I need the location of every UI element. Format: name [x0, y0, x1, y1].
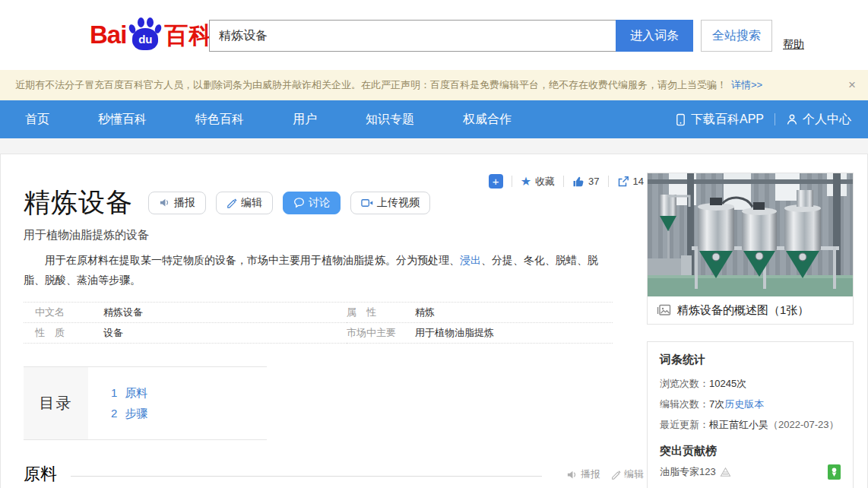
views-value: 10245次 — [709, 378, 746, 389]
stat-updated: 最近更新：根正苗红小昊（2022-07-23） — [660, 414, 841, 435]
history-versions-link[interactable]: 历史版本 — [724, 398, 764, 410]
nav-right: 下载百科APP 个人中心 — [675, 112, 868, 128]
section-broadcast-button[interactable]: 播报 — [566, 467, 600, 481]
notice-bar: 近期有不法分子冒充百度百科官方人员，以删除词条为由威胁并敲诈相关企业。在此严正声… — [0, 70, 868, 100]
toc-item-label: 原料 — [125, 386, 147, 401]
logo-baike-text: 百科 — [164, 20, 213, 52]
entry-subtitle: 用于植物油脂提炼的设备 — [24, 228, 149, 242]
toc-item-raw-material[interactable]: 1 原料 — [111, 386, 147, 401]
stat-views: 浏览次数：10245次 — [660, 373, 841, 394]
info-label: 性 质 — [35, 326, 103, 340]
entry-title-row: 精炼设备 播报 编辑 — [24, 185, 430, 220]
entry-sidebar: 精炼设备的概述图（1张） 词条统计 浏览次数：10245次 编辑次数：7次历史版… — [647, 173, 854, 488]
summary-link[interactable]: 浸出 — [460, 254, 481, 266]
discuss-label: 讨论 — [309, 196, 330, 210]
refining-equipment-photo — [648, 173, 853, 296]
contributor-name[interactable]: 油脂专家123 — [660, 465, 716, 479]
main-nav: 首页 秒懂百科 特色百科 用户 知识专题 权威合作 下载百科APP 个人 — [0, 100, 868, 138]
help-link[interactable]: 帮助 — [783, 38, 804, 52]
info-value: 设备 — [103, 326, 123, 340]
nav-item-tese[interactable]: 特色百科 — [195, 112, 244, 128]
contribution-level-icon — [720, 467, 731, 477]
stat-edits: 编辑次数：7次历史版本 — [660, 394, 841, 414]
close-icon[interactable]: × — [848, 78, 856, 93]
info-label: 中文名 — [35, 306, 103, 319]
star-icon: ★ — [521, 176, 531, 188]
background-gap — [0, 138, 868, 154]
pencil-icon — [227, 198, 237, 208]
share-button[interactable]: 14 — [617, 176, 644, 188]
download-app-link[interactable]: 下载百科APP — [675, 112, 764, 128]
summary-text-1: 用于在原材料在提取某一特定物质的设备，市场中主要用于植物油脂提炼。分为预处理、 — [45, 254, 460, 266]
search-input[interactable] — [209, 20, 616, 52]
thumbs-up-icon — [572, 176, 584, 188]
discuss-button[interactable]: 讨论 — [283, 192, 341, 214]
person-icon — [786, 113, 798, 125]
nav-separator — [775, 113, 775, 125]
info-row-attribute: 属 性 精炼 — [347, 303, 613, 323]
nav-item-home[interactable]: 首页 — [25, 112, 49, 128]
info-label: 属 性 — [347, 306, 415, 319]
nav-item-miaodong[interactable]: 秒懂百科 — [98, 112, 147, 128]
broadcast-button[interactable]: 播报 — [148, 192, 206, 214]
section-broadcast-label: 播报 — [581, 467, 600, 481]
top-header: Bai du 百科 进入词条 全站搜索 帮助 — [0, 0, 868, 70]
section-divider — [71, 476, 542, 477]
entry-stats-card: 词条统计 浏览次数：10245次 编辑次数：7次历史版本 最近更新：根正苗红小昊… — [647, 341, 854, 488]
nav-item-authority[interactable]: 权威合作 — [463, 112, 512, 128]
entry-summary: 用于在原材料在提取某一特定物质的设备，市场中主要用于植物油脂提炼。分为预处理、浸… — [24, 250, 618, 290]
views-label: 浏览次数： — [660, 378, 709, 389]
nav-item-topics[interactable]: 知识专题 — [366, 112, 414, 128]
phone-icon — [675, 113, 686, 126]
add-icon[interactable]: + — [489, 174, 503, 189]
contributors-title: 突出贡献榜 — [660, 444, 841, 458]
speaker-icon — [159, 197, 170, 208]
site-search-button[interactable]: 全站搜索 — [701, 20, 772, 52]
nav-item-users[interactable]: 用户 — [293, 112, 317, 128]
notice-text: 近期有不法分子冒充百度百科官方人员，以删除词条为由威胁并敲诈相关企业。在此严正声… — [15, 78, 727, 92]
toc-item-steps[interactable]: 2 步骤 — [111, 407, 147, 421]
info-row-chinese-name: 中文名 精炼设备 — [24, 303, 347, 323]
toc-list: 1 原料 2 步骤 — [88, 367, 147, 439]
photo-caption-text: 精炼设备的概述图（1张） — [677, 303, 809, 318]
favorite-button[interactable]: ★ 收藏 — [521, 175, 555, 189]
upload-video-label: 上传视频 — [377, 196, 420, 210]
overview-photo-card[interactable]: 精炼设备的概述图（1张） — [647, 173, 854, 325]
section-title: 原料 — [24, 463, 57, 486]
contributor-row: 油脂专家123 — [660, 464, 841, 480]
entry-action-row: + ★ 收藏 37 — [489, 174, 644, 189]
baidu-baike-logo[interactable]: Bai du 百科 — [90, 17, 213, 52]
baidu-paw-icon: du — [127, 17, 163, 52]
edits-label: 编辑次数： — [660, 398, 709, 410]
info-value: 精炼设备 — [103, 306, 143, 319]
logo-du-text: du — [132, 28, 158, 50]
share-count: 14 — [633, 176, 644, 187]
download-app-label: 下载百科APP — [691, 112, 764, 128]
notice-detail-link[interactable]: 详情>> — [731, 78, 762, 92]
section-edit-button[interactable]: 编辑 — [611, 467, 644, 481]
toc-item-number: 1 — [111, 386, 117, 401]
personal-center-link[interactable]: 个人中心 — [786, 112, 851, 128]
info-value: 精炼 — [415, 306, 435, 319]
updated-date: （2022-07-23） — [768, 419, 839, 430]
upload-video-button[interactable]: 上传视频 — [350, 192, 430, 214]
enter-entry-button[interactable]: 进入词条 — [616, 20, 693, 52]
info-row-nature: 性 质 设备 — [24, 323, 347, 344]
favorite-label: 收藏 — [535, 175, 555, 189]
info-label: 市场中主要 — [347, 326, 415, 340]
table-of-contents: 目录 1 原料 2 步骤 — [24, 366, 267, 440]
edits-value: 7次 — [709, 398, 724, 410]
broadcast-label: 播报 — [174, 196, 195, 210]
section-heading-row: 原料 播报 编辑 — [24, 463, 644, 486]
chat-bubble-icon — [293, 197, 305, 208]
info-row-market: 市场中主要 用于植物油脂提炼 — [347, 323, 613, 344]
personal-center-label: 个人中心 — [803, 112, 851, 128]
edit-button[interactable]: 编辑 — [216, 192, 273, 214]
gallery-icon — [657, 303, 671, 317]
speaker-icon — [566, 469, 578, 480]
photo-caption-bar[interactable]: 精炼设备的概述图（1张） — [648, 296, 853, 324]
entry-content: + ★ 收藏 37 — [0, 154, 868, 488]
toc-item-number: 2 — [111, 407, 117, 421]
like-button[interactable]: 37 — [572, 176, 599, 188]
contributor-badge-icon — [828, 464, 841, 480]
